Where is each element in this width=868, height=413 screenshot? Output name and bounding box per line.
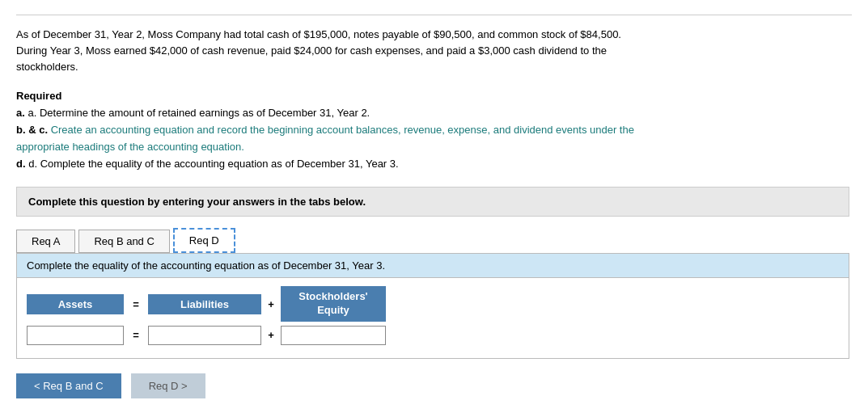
equation-input-row: = + (27, 325, 839, 345)
se-header-line1: Stockholders' (299, 290, 367, 302)
equals-sign: = (124, 325, 148, 345)
req-bc-text: b. & c. Create an accounting equation an… (16, 122, 849, 139)
liabilities-header: Liabilities (148, 294, 261, 314)
intro-line2: During Year 3, Moss earned $42,000 of ca… (16, 44, 607, 57)
req-bc-main: Create an accounting equation and record… (51, 124, 634, 136)
next-button[interactable]: Req D > (131, 373, 205, 398)
tab-req-d[interactable]: Req D (173, 228, 235, 253)
required-title: Required (16, 88, 849, 105)
required-section: Required a. a. Determine the amount of r… (16, 88, 849, 172)
equals-header: = (124, 294, 148, 314)
prev-button[interactable]: < Req B and C (16, 373, 121, 398)
req-bc-label: b. & c. (16, 124, 51, 136)
instruction-box: Complete this question by entering your … (16, 187, 849, 217)
intro-paragraph: As of December 31, Year 2, Moss Company … (16, 27, 849, 75)
nav-buttons: < Req B and C Req D > (16, 373, 849, 398)
intro-line3: stockholders. (16, 61, 78, 73)
content-area: Complete the equality of the accounting … (16, 253, 849, 359)
se-header-line2: Equity (317, 304, 349, 316)
instruction-text: Complete this question by entering your … (28, 196, 366, 208)
assets-header: Assets (27, 294, 124, 314)
se-header: Stockholders' Equity (281, 286, 386, 322)
plus-header: + (261, 294, 281, 314)
tab-req-b-c[interactable]: Req B and C (78, 230, 169, 253)
assets-input[interactable] (27, 326, 124, 345)
req-bc-line2: appropriate headings of the accounting e… (16, 139, 849, 156)
plus-sign: + (261, 325, 281, 345)
tabs-container: Req A Req B and C Req D (16, 228, 849, 253)
equation-table: Assets = Liabilities + Stockholders' Equ… (17, 278, 849, 358)
equation-header-row: Assets = Liabilities + Stockholders' Equ… (27, 286, 839, 322)
req-d-text: d. d. Complete the equality of the accou… (16, 156, 849, 173)
content-header: Complete the equality of the accounting … (17, 254, 849, 278)
tab-req-a[interactable]: Req A (16, 230, 75, 253)
intro-line1: As of December 31, Year 2, Moss Company … (16, 28, 621, 40)
se-input[interactable] (281, 326, 386, 345)
req-a-text: a. a. Determine the amount of retained e… (16, 105, 849, 122)
liabilities-input[interactable] (148, 326, 261, 345)
